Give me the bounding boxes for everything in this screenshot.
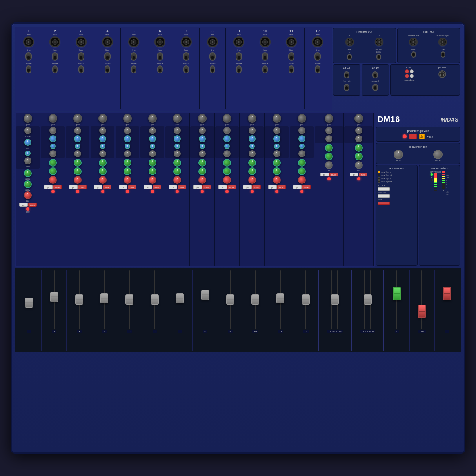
ch2-fader-handle[interactable] xyxy=(50,292,58,302)
ch8-freq-knob[interactable] xyxy=(200,144,205,149)
ch2-freq-knob[interactable] xyxy=(50,144,56,149)
ch6-insert-jack[interactable] xyxy=(157,65,163,73)
rca-white2[interactable] xyxy=(410,74,414,78)
stereo15-bass-knob[interactable] xyxy=(355,135,362,142)
ch1-pan-knob[interactable] xyxy=(24,191,32,199)
l-fader-handle[interactable] xyxy=(393,287,401,300)
ch9-line-jack[interactable] xyxy=(236,52,242,61)
ch8-bass-knob[interactable] xyxy=(199,150,206,157)
ch6-treble-knob[interactable] xyxy=(149,127,156,134)
ch5-mute-btn[interactable]: mute xyxy=(128,185,136,189)
ch3-pan-knob[interactable] xyxy=(74,176,82,184)
ch2-mid-knob[interactable] xyxy=(49,135,56,142)
ch11-aux1-knob[interactable] xyxy=(273,159,281,167)
monitor-l-xlr[interactable] xyxy=(345,38,354,46)
ch1-freq-knob[interactable] xyxy=(25,151,31,156)
ch12-mute-btn[interactable]: mute xyxy=(302,185,311,189)
ch9-treble-knob[interactable] xyxy=(223,127,231,134)
ch2-pfl-btn[interactable]: pfl xyxy=(44,185,53,189)
stereo13-pfl-btn[interactable]: pfl xyxy=(320,173,329,176)
ch5-xlr[interactable] xyxy=(128,36,139,47)
ch7-treble-knob[interactable] xyxy=(174,127,181,134)
ch12-treble-knob[interactable] xyxy=(298,127,305,134)
main-l-xlr[interactable] xyxy=(409,38,418,46)
ch3-aux2-knob[interactable] xyxy=(74,167,82,175)
ch1-treble-knob[interactable] xyxy=(24,127,31,134)
ch2-bass-knob[interactable] xyxy=(49,150,56,157)
ch5-aux2-knob[interactable] xyxy=(124,167,131,175)
ch10-pan-knob[interactable] xyxy=(248,176,256,184)
ch1-xlr[interactable] xyxy=(23,36,34,47)
ch7-mute-btn[interactable]: mute xyxy=(178,185,186,189)
ch2-xlr[interactable] xyxy=(49,36,60,47)
stereo13-treble-knob[interactable] xyxy=(325,127,332,134)
ch5-pan-knob[interactable] xyxy=(124,176,131,184)
ch10-mid-knob[interactable] xyxy=(249,135,256,142)
stereo15-mute-btn[interactable]: mute xyxy=(359,173,367,176)
ch10-gain-knob[interactable] xyxy=(248,114,256,123)
ch8-xlr[interactable] xyxy=(207,36,218,47)
stereo15-bal-knob[interactable] xyxy=(355,161,363,169)
ch12-mid-knob[interactable] xyxy=(298,135,305,142)
ch1-fader-handle[interactable] xyxy=(25,298,33,308)
phantom-button[interactable] xyxy=(409,134,417,139)
ch3-aux1-knob[interactable] xyxy=(74,159,82,167)
ch3-line-jack[interactable] xyxy=(78,52,84,61)
ch11-line-jack[interactable] xyxy=(288,52,294,61)
ch4-line-jack[interactable] xyxy=(104,52,111,61)
ch3-pfl-btn[interactable]: pfl xyxy=(69,185,78,189)
ch5-aux1-knob[interactable] xyxy=(124,159,131,167)
ch6-xlr[interactable] xyxy=(154,36,165,47)
ch9-aux2-knob[interactable] xyxy=(223,167,231,175)
ch4-mute-btn[interactable]: mute xyxy=(103,185,111,189)
ch8-pan-knob[interactable] xyxy=(198,176,206,184)
ch6-freq-knob[interactable] xyxy=(150,144,155,149)
ch12-gain-knob[interactable] xyxy=(298,114,306,123)
ch8-gain-knob[interactable] xyxy=(198,114,207,123)
ch9-xlr[interactable] xyxy=(233,36,244,47)
ch1-mid-knob[interactable] xyxy=(24,139,31,146)
ch4-insert-jack[interactable] xyxy=(105,65,110,73)
ch5-fader-handle[interactable] xyxy=(125,294,133,305)
ch7-mid-knob[interactable] xyxy=(174,135,181,142)
mix-fader-handle[interactable] xyxy=(418,305,426,318)
ch1-aux1-knob[interactable] xyxy=(24,169,32,177)
ch7-fader-handle[interactable] xyxy=(176,293,184,303)
ch7-pfl-btn[interactable]: pfl xyxy=(169,185,177,189)
ch2-aux1-knob[interactable] xyxy=(49,159,57,167)
ch9-mid-knob[interactable] xyxy=(223,135,231,142)
ch12-aux2-knob[interactable] xyxy=(298,167,306,175)
ch6-bass-knob[interactable] xyxy=(149,150,156,157)
ch11-treble-knob[interactable] xyxy=(273,127,280,134)
ch3-treble-knob[interactable] xyxy=(74,127,81,134)
local-knob[interactable] xyxy=(394,150,403,159)
ch1-mute-btn[interactable]: mute xyxy=(28,203,37,207)
ch12-xlr[interactable] xyxy=(312,36,323,47)
ch8-treble-knob[interactable] xyxy=(199,127,206,134)
ch4-treble-knob[interactable] xyxy=(99,127,106,134)
ch2-treble-knob[interactable] xyxy=(49,127,56,134)
stereo-13-jack[interactable] xyxy=(344,71,349,78)
ch2-insert-jack[interactable] xyxy=(52,65,58,73)
ch11-fader-handle[interactable] xyxy=(276,293,284,303)
ch7-pan-knob[interactable] xyxy=(173,176,181,184)
rca-red[interactable] xyxy=(405,69,409,73)
ch12-line-jack[interactable] xyxy=(314,52,321,61)
two-track-btn[interactable] xyxy=(378,187,390,191)
ch10-pfl-btn[interactable]: pfl xyxy=(243,185,252,189)
ch7-gain-knob[interactable] xyxy=(173,114,182,123)
ch6-mute-btn[interactable]: mute xyxy=(153,185,161,189)
ch11-freq-knob[interactable] xyxy=(274,144,280,149)
ch6-gain-knob[interactable] xyxy=(148,114,157,123)
ch1-aux2-knob[interactable] xyxy=(24,180,32,188)
ch3-mid-knob[interactable] xyxy=(74,135,81,142)
ch6-line-jack[interactable] xyxy=(157,52,163,61)
ch5-gain-knob[interactable] xyxy=(123,114,132,123)
rca-red2[interactable] xyxy=(405,74,409,78)
ch6-pan-knob[interactable] xyxy=(149,176,156,184)
ch4-bass-knob[interactable] xyxy=(99,150,106,157)
ch10-aux1-knob[interactable] xyxy=(248,159,256,167)
ch10-bass-knob[interactable] xyxy=(249,150,256,157)
aux2-jack[interactable] xyxy=(376,54,381,60)
ch11-xlr[interactable] xyxy=(286,36,297,47)
